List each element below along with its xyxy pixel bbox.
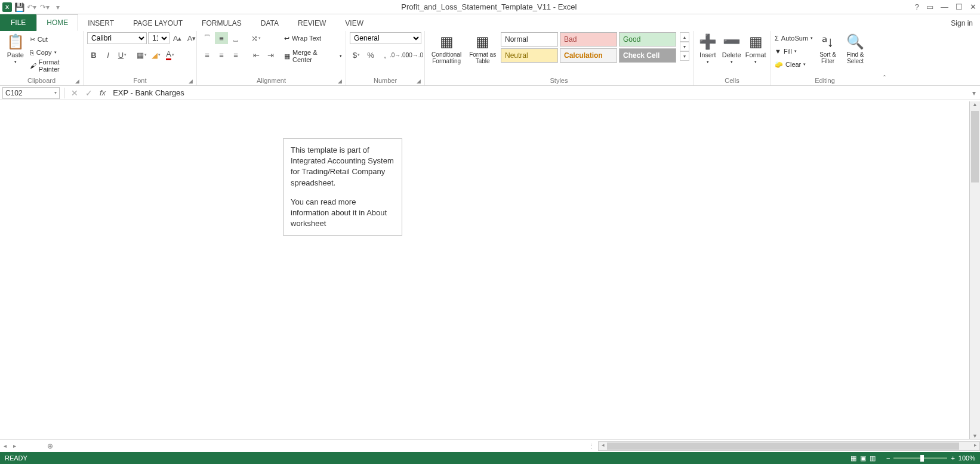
wrap-text-button[interactable]: ↩Wrap Text [284,32,342,44]
clear-button[interactable]: 🧽Clear▾ [775,58,813,70]
percent-format-icon[interactable]: % [364,49,377,61]
accounting-format-icon[interactable]: $ [350,49,363,61]
cut-button[interactable]: ✂Cut [30,33,79,45]
enter-formula-icon[interactable]: ✓ [82,88,96,98]
decrease-indent-icon[interactable]: ⇤ [249,49,263,61]
zoom-out-icon[interactable]: − [886,454,890,462]
name-box[interactable]: C102 [2,87,60,99]
paste-button[interactable]: 📋Paste▾ [4,32,27,64]
sheet-nav-prev-icon[interactable]: ◂ [0,443,10,449]
copy-icon: ⎘ [30,49,34,56]
styles-scroll-up-icon[interactable]: ▴ [680,32,689,42]
tab-formulas[interactable]: FORMULAS [192,16,251,31]
align-middle-icon[interactable]: ≡ [215,32,228,44]
zoom-slider[interactable] [893,457,947,459]
decrease-decimal-icon[interactable]: .00→.0 [407,49,420,61]
underline-button[interactable]: U [116,49,129,61]
align-center-icon[interactable]: ≡ [215,49,228,61]
zoom-level[interactable]: 100% [959,454,975,462]
copy-button[interactable]: ⎘Copy▾ [30,47,79,58]
font-size-combo[interactable]: 11 [148,32,170,44]
style-bad[interactable]: Bad [560,32,617,47]
font-color-button[interactable]: A [164,49,177,61]
fx-icon[interactable]: fx [96,88,109,97]
italic-button[interactable]: I [101,49,115,61]
view-page-layout-icon[interactable]: ▣ [860,454,866,462]
merge-icon: ▦ [284,52,290,60]
blank-area[interactable] [418,113,968,439]
tab-file[interactable]: FILE [0,14,36,31]
horizontal-scrollbar[interactable]: ◂ ▸ [598,441,980,451]
redo-icon[interactable]: ↷▾ [39,3,50,11]
sign-in-link[interactable]: Sign in [944,16,980,31]
sheet-nav-next-icon[interactable]: ▸ [10,443,19,449]
orientation-icon[interactable]: ⤭ [249,32,263,44]
style-calculation[interactable]: Calculation [560,48,617,63]
sheet-tab-bar: ◂ ▸ ⊕ ⋮ ◂ ▸ [0,439,980,452]
number-format-combo[interactable]: General [350,32,421,44]
undo-icon[interactable]: ↶▾ [26,3,37,11]
insert-cells-button[interactable]: ➕Insert▾ [697,32,719,64]
sort-filter-button[interactable]: ᵃ↓Sort & Filter [815,32,840,64]
format-cells-button[interactable]: ▦Format▾ [744,32,767,64]
fill-button[interactable]: ▼Fill▾ [775,45,813,57]
decrease-font-icon[interactable]: A▾ [185,32,198,44]
conditional-formatting-button[interactable]: ▦Conditional Formatting [429,32,464,64]
ribbon-display-icon[interactable]: ▭ [926,2,933,11]
view-page-break-icon[interactable]: ▥ [870,454,876,462]
align-left-icon[interactable]: ≡ [201,49,214,61]
worksheet-grid[interactable]: This template is part of Integrated Acco… [0,101,980,439]
dialog-launcher-icon[interactable]: ◢ [189,78,193,84]
status-bar: READY ▦ ▣ ▥ − + 100% [0,452,980,464]
maximize-icon[interactable]: ☐ [956,2,963,11]
customize-qat-icon[interactable]: ▾ [53,3,63,11]
tab-page-layout[interactable]: PAGE LAYOUT [124,16,192,31]
tab-data[interactable]: DATA [251,16,288,31]
align-top-icon[interactable]: ⎴ [201,32,214,44]
tab-home[interactable]: HOME [36,14,78,31]
cond-format-icon: ▦ [440,33,454,50]
tab-view[interactable]: VIEW [335,16,373,31]
format-painter-button[interactable]: 🖌Format Painter [30,60,79,72]
tab-review[interactable]: REVIEW [288,16,335,31]
view-normal-icon[interactable]: ▦ [850,454,856,462]
align-bottom-icon[interactable]: ⎵ [229,32,242,44]
style-normal[interactable]: Normal [501,32,558,47]
font-name-combo[interactable]: Calibri [87,32,147,44]
group-number-label: Number [374,77,397,84]
dialog-launcher-icon[interactable]: ◢ [417,78,421,84]
info-textbox[interactable]: This template is part of Integrated Acco… [283,138,402,236]
new-sheet-button[interactable]: ⊕ [43,442,57,450]
styles-more-icon[interactable]: ▾ [680,51,689,61]
format-as-table-button[interactable]: ▦Format as Table [467,32,498,64]
dialog-launcher-icon[interactable]: ◢ [338,78,342,84]
wrap-icon: ↩ [284,35,289,42]
cancel-formula-icon[interactable]: ✕ [67,88,82,98]
expand-formula-bar-icon[interactable]: ▾ [968,89,980,97]
dialog-launcher-icon[interactable]: ◢ [75,78,79,84]
formula-input[interactable]: EXP - Bank Charges [109,88,968,97]
fill-color-button[interactable]: ◢ [149,49,162,61]
save-icon[interactable]: 💾 [14,2,24,12]
style-check-cell[interactable]: Check Cell [619,48,676,63]
autosum-button[interactable]: ΣAutoSum▾ [775,32,813,44]
bold-button[interactable]: B [87,49,100,61]
excel-icon: X [2,2,12,12]
borders-button[interactable]: ▦ [135,49,148,61]
increase-indent-icon[interactable]: ⇥ [264,49,277,61]
help-icon[interactable]: ? [915,2,919,11]
increase-font-icon[interactable]: A▴ [171,32,184,44]
collapse-ribbon-icon[interactable]: ˆ [879,75,890,85]
tab-insert[interactable]: INSERT [78,16,124,31]
styles-scroll-down-icon[interactable]: ▾ [680,42,689,51]
vertical-scrollbar[interactable]: ▲ ▼ [969,101,980,439]
align-right-icon[interactable]: ≡ [229,49,242,61]
style-neutral[interactable]: Neutral [501,48,558,63]
merge-center-button[interactable]: ▦Merge & Center▾ [284,50,342,62]
minimize-icon[interactable]: — [941,2,948,11]
close-icon[interactable]: ✕ [970,2,976,11]
zoom-in-icon[interactable]: + [951,454,954,462]
find-select-button[interactable]: 🔍Find & Select [843,32,868,64]
delete-cells-button[interactable]: ➖Delete▾ [721,32,742,64]
style-good[interactable]: Good [619,32,676,47]
